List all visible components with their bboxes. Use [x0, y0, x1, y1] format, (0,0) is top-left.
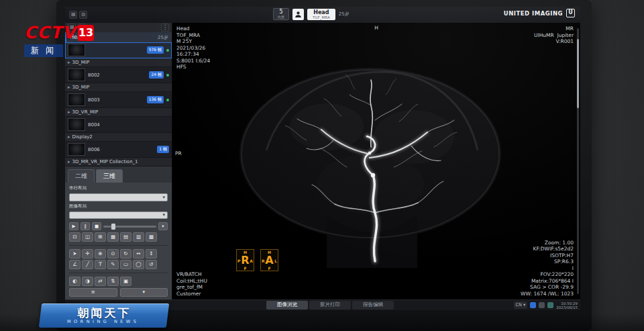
roi-circle-icon[interactable]: ◯	[133, 260, 144, 269]
status-dot	[166, 49, 169, 52]
rotate-icon[interactable]: ↻	[120, 249, 131, 258]
patient-selector[interactable]: 5 向患 Head TOF_MRA 25岁	[273, 8, 350, 20]
channel-watermark: CCTV 13 新闻	[24, 23, 94, 57]
search-icon[interactable]: ⊙	[79, 11, 87, 19]
series-group-row[interactable]: ▸ 3D_MIP	[65, 58, 172, 67]
channel-logo: CCTV	[24, 23, 76, 42]
series-group-label: 3D_VR_MIP	[72, 109, 99, 115]
layout-cols-icon[interactable]: ▥	[133, 232, 144, 242]
cine-slider-knob[interactable]	[111, 224, 115, 230]
tab-3d[interactable]: 三维	[96, 169, 123, 183]
series-thumbnail[interactable]	[68, 93, 85, 106]
series-id: 8002	[88, 73, 146, 78]
patient-row-age: 25岁	[158, 34, 168, 41]
language-switcher[interactable]: CN ▾	[514, 301, 528, 309]
program-subtitle: MORNING NEWS	[67, 319, 140, 324]
queue-label: 向患	[274, 15, 288, 19]
notification-icon[interactable]	[530, 302, 536, 308]
series-group-row[interactable]: ▸ 3D_MR_VR_MIP Collection_1	[65, 158, 172, 167]
roi-rect-icon[interactable]: ▭	[120, 260, 131, 269]
series-count-badge: 576 幅	[147, 46, 164, 54]
panel-footer-buttons: ≡ ▾	[69, 288, 168, 297]
series-group-label: 3D_MIP	[72, 85, 90, 90]
dimension-tabs: 二维 三维	[65, 167, 172, 183]
series-group-row[interactable]: ▸ Display2	[65, 133, 172, 142]
cine-grid-icon[interactable]: ▣	[120, 277, 131, 286]
series-group-label: 3D_MR_VR_MIP Collection_1	[72, 159, 138, 164]
layout-grid-icon[interactable]: ▦	[107, 232, 119, 242]
series-thumbnail[interactable]	[68, 68, 85, 81]
viewport-scrollbar-thumb[interactable]	[577, 39, 579, 108]
brand: UNITED IMAGING U	[504, 9, 575, 17]
serial-layout-select[interactable]: ▾	[69, 193, 168, 201]
measure-icon[interactable]: ╱	[82, 260, 93, 269]
tab-image-browse[interactable]: 图像浏览	[266, 301, 308, 310]
viewport-scrollbar[interactable]	[577, 28, 579, 294]
grid-icon[interactable]: ⊞	[69, 11, 77, 19]
flip-v-icon[interactable]: ↕	[146, 249, 157, 258]
extra-tools-grid: ◐◑⇄⇅▣	[69, 277, 168, 286]
status-tray: CN ▾ 10:50:292023/08/15	[514, 301, 578, 310]
cursor-icon[interactable]: ➤	[69, 249, 80, 258]
angle-icon[interactable]: ∠	[69, 260, 80, 269]
patient-name: Head	[313, 9, 330, 15]
link-icon[interactable]: ⇄	[95, 277, 106, 286]
layout-2x2-icon[interactable]: ⊞	[95, 232, 106, 242]
sync-icon[interactable]: ⇅	[107, 277, 119, 286]
series-thumbnail-row[interactable]: 8004	[65, 117, 172, 133]
status-dot	[166, 74, 169, 77]
stop-icon[interactable]: ■	[92, 222, 101, 230]
mra-brain-image	[226, 60, 521, 268]
layout-1x2-icon[interactable]: ◫	[82, 232, 93, 242]
reset-icon[interactable]: ↺	[146, 260, 157, 269]
zoom-in-icon[interactable]: ⊕	[95, 249, 106, 258]
cine-slider[interactable]	[103, 226, 156, 228]
series-group-row[interactable]: ▸ 3D_VR_MIP	[65, 108, 172, 117]
play-icon[interactable]: ▶	[69, 222, 78, 230]
tab-report-edit[interactable]: 报告编辑	[352, 301, 394, 310]
flip-h-icon[interactable]: ↔	[133, 249, 144, 258]
patient-chip[interactable]: Head TOF_MRA	[307, 9, 335, 20]
image-viewport[interactable]: Head TOF_MRA M 25Y 2021/03/26 16:27:34 S…	[172, 23, 580, 299]
overlay-bottom-left: VR/BATCH Coil:tHL;tHU gre_tof_fM Custome…	[176, 271, 207, 297]
more-tools-button[interactable]: ≡	[69, 288, 117, 297]
series-group-label: Display2	[72, 134, 93, 140]
tab-film-print[interactable]: 胶片打印	[309, 301, 351, 310]
monitor: ⊞ ⊙ 5 向患 Head TOF_MRA 25岁 UNITED IMAGING	[56, 0, 592, 331]
layout-1x1-icon[interactable]: ⊡	[69, 232, 80, 242]
series-thumbnail-row[interactable]: 8003 136 幅	[65, 92, 172, 108]
queue-badge[interactable]: 5 向患	[273, 8, 289, 20]
series-thumbnail-row[interactable]: 8006 1 幅	[65, 142, 172, 158]
chevron-down-icon: ▾	[162, 212, 165, 218]
tool-panel: 串行布局 ▾ 图像布局 ▾ ▶ ‖ ■ ▾ ⊡◫⊞▦▤	[65, 183, 172, 299]
series-sidebar: ⊞ ⊙ ⋮ Head 25岁 576 幅	[65, 23, 172, 299]
window-level-icon[interactable]: ◑	[82, 277, 93, 286]
cine-speed-select[interactable]: ▾	[158, 222, 168, 230]
brand-logo-icon: U	[566, 9, 575, 17]
series-group-row[interactable]: ▸ 3D_MIP	[65, 83, 172, 92]
keyboard-icon[interactable]	[539, 302, 545, 308]
invert-icon[interactable]: ◐	[69, 277, 80, 286]
series-thumbnail[interactable]	[68, 143, 85, 156]
queue-number: 5	[274, 9, 288, 15]
collapse-button[interactable]: ▾	[120, 288, 168, 297]
tab-2d[interactable]: 二维	[68, 169, 95, 183]
layout-rows-icon[interactable]: ▤	[120, 232, 131, 242]
more-icon[interactable]: ⋮	[161, 23, 169, 32]
patient-age: 25岁	[339, 11, 350, 17]
serial-layout-label: 串行布局	[69, 185, 168, 191]
series-thumbnail-row[interactable]: 8002 24 幅	[65, 67, 172, 83]
series-group-label: 3D_MIP	[72, 60, 90, 65]
system-clock: 10:50:292023/08/15	[556, 301, 578, 310]
text-icon[interactable]: T	[95, 260, 106, 269]
pan-icon[interactable]: ✛	[82, 249, 93, 258]
layout-custom-icon[interactable]: ▩	[146, 232, 157, 242]
cine-controls: ▶ ‖ ■ ▾	[69, 222, 168, 230]
series-thumbnail[interactable]	[68, 118, 85, 131]
annotate-icon[interactable]: ✎	[107, 260, 119, 269]
magnify-icon[interactable]: ⊙	[107, 249, 119, 258]
clock-icon	[547, 302, 553, 308]
image-layout-select[interactable]: ▾	[69, 211, 168, 220]
pause-icon[interactable]: ‖	[80, 222, 90, 230]
app-header: ⊞ ⊙ 5 向患 Head TOF_MRA 25岁 UNITED IMAGING	[65, 7, 580, 23]
